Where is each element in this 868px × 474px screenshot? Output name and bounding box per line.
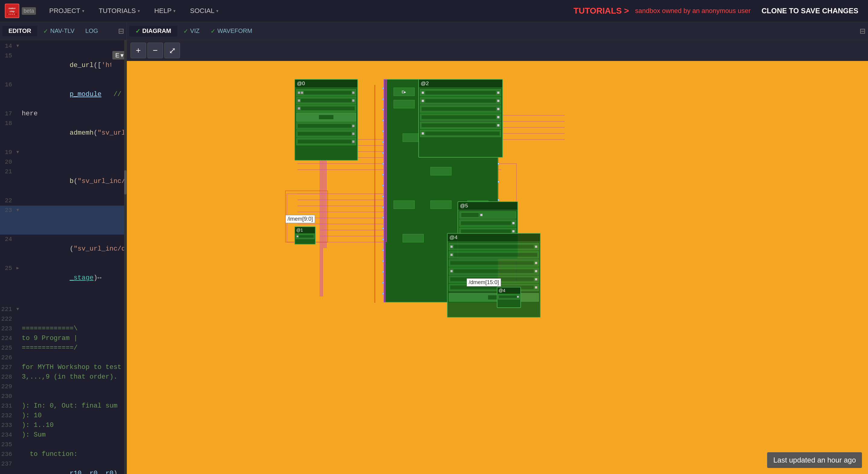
diagram-panel: ✓ DIAGRAM ✓ VIZ ✓ WAVEFORM ⊟ + − ⤢ — [127, 22, 868, 474]
table-row: 14 ▾ — [0, 41, 127, 51]
table-row: 227 for MYTH Workshop to test RV32I — [0, 362, 127, 372]
zoom-in-button[interactable]: + — [130, 42, 146, 58]
code-area[interactable]: 14 ▾ 15 de_url(['https://raw.githubu E ▾ — [0, 40, 127, 474]
table-row: 232 ): 10 — [0, 411, 127, 420]
nav-tlv-check-icon: ✓ — [43, 28, 48, 35]
svg-rect-62 — [386, 79, 387, 242]
fit-button[interactable]: ⤢ — [164, 42, 180, 58]
svg-rect-6 — [12, 13, 13, 15]
table-row: 228 3,...,9 (in that order). — [0, 372, 127, 382]
editor-tabs: EDITOR ✓ NAV-TLV LOG ⊟ — [0, 22, 127, 40]
nav-social[interactable]: SOCIAL ▾ — [183, 0, 226, 22]
imem-label: /imem[9:0] — [285, 215, 315, 223]
nav-help[interactable]: HELP ▾ — [147, 0, 183, 22]
table-row: 226 — [0, 353, 127, 362]
dmem-block: @4 — [497, 287, 521, 308]
svg-rect-7 — [14, 13, 15, 15]
circuit-block-0: @0 — [294, 79, 358, 161]
tutorials-arrow-icon: ▾ — [138, 8, 140, 13]
zoom-out-button[interactable]: − — [147, 42, 163, 58]
pink-signal-bar-left — [383, 79, 387, 303]
table-row: 223 =============\ — [0, 324, 127, 334]
table-row: 23 ▾ ", "(R) ADD r14 — [0, 206, 127, 234]
clone-button[interactable]: CLONE TO SAVE CHANGES — [757, 7, 863, 15]
editor-scrollbar[interactable] — [124, 40, 127, 474]
sandbox-text: sandbox owned by an anonymous user — [635, 7, 751, 15]
viz-check-icon: ✓ — [183, 28, 188, 35]
block-label-0: @0 — [295, 80, 357, 88]
svg-text:maker: maker — [8, 7, 16, 10]
e-arrow-icon: ▾ — [121, 52, 124, 59]
editor-panel: EDITOR ✓ NAV-TLV LOG ⊟ 14 ▾ 15 — [0, 22, 127, 474]
diagram-canvas[interactable]: @0 — [127, 61, 868, 474]
svg-text:chip: chip — [10, 10, 15, 13]
top-nav: maker chip beta PROJECT ▾ TUTORIALS ▾ HE… — [0, 0, 868, 22]
table-row: 25 ▸ _stage)↔ — [0, 263, 127, 292]
waveform-check-icon: ✓ — [211, 28, 216, 35]
circuit-block-4: @4 — [447, 233, 540, 318]
table-row: 236 to function: — [0, 449, 127, 459]
logo-area: maker chip beta — [5, 4, 36, 18]
table-row: 22 — [0, 196, 127, 206]
tab-diagram[interactable]: ✓ DIAGRAM — [129, 26, 177, 36]
help-arrow-icon: ▾ — [173, 8, 176, 13]
nav-right: TUTORIALS > sandbox owned by an anonymou… — [574, 6, 863, 16]
tab-nav-tlv[interactable]: ✓ NAV-TLV — [38, 26, 79, 36]
social-arrow-icon: ▾ — [216, 8, 218, 13]
table-row: 16 p_module // (Expanded in Nav-TLV — [0, 80, 127, 109]
table-row: 237 r10, r0, r0) // Initi — [0, 459, 127, 474]
svg-rect-57 — [374, 85, 375, 303]
beta-badge: beta — [22, 7, 36, 15]
tab-editor[interactable]: EDITOR — [2, 26, 37, 36]
nav-items: PROJECT ▾ TUTORIALS ▾ HELP ▾ SOCIAL ▾ — [42, 0, 226, 22]
diagram-expand-button[interactable]: ⊟ — [860, 27, 866, 35]
editor-scrollbar-thumb[interactable] — [124, 170, 127, 194]
table-row: 18 admemh("sv_url_inc/data.hex", — [0, 119, 127, 148]
tab-waveform[interactable]: ✓ WAVEFORM — [206, 26, 257, 36]
table-row: 229 — [0, 382, 127, 391]
diagram-check-icon: ✓ — [135, 28, 141, 35]
main-area: EDITOR ✓ NAV-TLV LOG ⊟ 14 ▾ 15 — [0, 22, 868, 474]
diagram-toolbar: + − ⤢ — [127, 40, 868, 61]
svg-rect-5 — [10, 13, 11, 15]
tab-log[interactable]: LOG — [81, 26, 103, 36]
svg-rect-4 — [8, 13, 10, 15]
table-row: 231 ): In: 0, Out: final sum — [0, 401, 127, 411]
code-gap — [0, 292, 127, 305]
tab-viz[interactable]: ✓ VIZ — [179, 26, 205, 36]
table-row: 19 ▾ — [0, 148, 127, 157]
table-row: 21 b("sv_url_inc/data.bin", imemory.m — [0, 167, 127, 196]
tutorials-breadcrumb: TUTORIALS > — [574, 6, 629, 16]
table-row: 15 de_url(['https://raw.githubu E ▾ — [0, 51, 127, 80]
code-lines: 14 ▾ 15 de_url(['https://raw.githubu E ▾ — [0, 40, 127, 474]
nav-project[interactable]: PROJECT ▾ — [42, 0, 92, 22]
table-row: 17 here — [0, 109, 127, 119]
logo: maker chip — [5, 4, 19, 18]
table-row: 235 — [0, 440, 127, 449]
table-row: 20 — [0, 157, 127, 167]
editor-expand-button[interactable]: ⊟ — [118, 27, 124, 35]
table-row: 222 — [0, 314, 127, 324]
status-tooltip: Last updated an hour ago — [767, 452, 862, 468]
svg-rect-60 — [383, 79, 384, 303]
table-row: 225 =============/ — [0, 343, 127, 353]
circuit-block-topright: @2 — [418, 79, 503, 158]
project-arrow-icon: ▾ — [82, 8, 84, 13]
table-row: 233 ): 1..10 — [0, 420, 127, 430]
dmem-label: /dmem[15:0] — [467, 278, 501, 286]
diagram-tabs: ✓ DIAGRAM ✓ VIZ ✓ WAVEFORM ⊟ — [127, 22, 868, 40]
nav-tutorials[interactable]: TUTORIALS ▾ — [92, 0, 147, 22]
imem-block: @1 — [294, 226, 316, 245]
table-row: 230 — [0, 391, 127, 401]
table-row: 24 ("sv_url_inc/data.bin", imemory.me — [0, 234, 127, 263]
table-row: 234 ): Sum — [0, 430, 127, 440]
svg-rect-61 — [385, 79, 386, 303]
table-row: 224 to 9 Program | — [0, 334, 127, 343]
table-row: 221 ▾ — [0, 305, 127, 314]
